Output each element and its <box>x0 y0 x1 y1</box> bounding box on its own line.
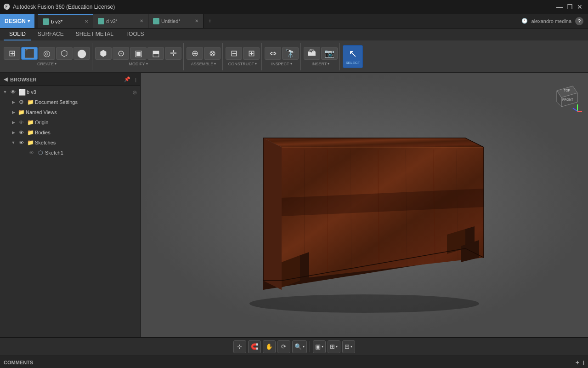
construct-btn2[interactable]: ⊞ <box>243 47 260 60</box>
browser-collapse-icon[interactable]: ◀ <box>4 76 7 82</box>
tree-item-named-views[interactable]: ▶ 📁 Named Views <box>0 107 140 117</box>
create-label[interactable]: CREATE ▾ <box>37 62 57 66</box>
pan-icon: ✋ <box>266 343 273 350</box>
measure-button[interactable]: ⇔ <box>265 47 281 60</box>
grid-snap-icon: ⊹ <box>237 343 242 350</box>
tree-item-bodies[interactable]: ▶ 👁 📁 Bodies <box>0 127 140 138</box>
insert-btn2[interactable]: 📷 <box>321 47 338 60</box>
user-name: alexandro medina <box>531 18 571 24</box>
insert-label[interactable]: INSERT ▾ <box>312 62 330 66</box>
comments-collapse[interactable]: | <box>583 360 584 365</box>
doc-tab-3-close[interactable]: ✕ <box>195 18 198 23</box>
snapping-button[interactable]: ⊟ ▾ <box>342 340 355 353</box>
browser-pin-icon[interactable]: 📌 <box>124 76 130 82</box>
modify-group: ⬢ ⊙ ▣ ⬒ ✛ MODIFY ▾ <box>93 43 184 70</box>
sphere-icon: ⬤ <box>77 48 86 58</box>
tree-item-sketch1[interactable]: ▶ 👁 ⬡ Sketch1 <box>0 148 140 158</box>
extrude-icon: ⬛ <box>24 48 34 58</box>
root-visibility[interactable]: 👁 <box>9 88 17 96</box>
grid-button[interactable]: ⊞ ▾ <box>328 340 340 353</box>
history-icon[interactable]: 🕐 <box>521 18 528 24</box>
snap-button[interactable]: 🧲 <box>248 340 261 353</box>
select-button[interactable]: ↖ SELECT <box>343 45 363 68</box>
viewport[interactable]: TOP FRONT <box>141 73 588 337</box>
tree-item-sketches[interactable]: ▼ 👁 📁 Sketches <box>0 138 140 148</box>
tab-tools[interactable]: TOOLS <box>120 29 149 40</box>
toolbar-separator-1 <box>310 341 310 352</box>
insert-btn1[interactable]: 🏔 <box>304 47 320 60</box>
doc-tab-2-close[interactable]: ✕ <box>140 18 143 23</box>
hole-button[interactable]: ⬡ <box>56 47 73 60</box>
offset-plane-button[interactable]: ⊟ <box>226 47 242 60</box>
shell-button[interactable]: ▣ <box>130 47 147 60</box>
window-controls: — ❐ ✕ <box>555 2 584 12</box>
construct-label[interactable]: CONSTRUCT ▾ <box>228 62 257 66</box>
sketches-visibility[interactable]: 👁 <box>17 139 25 146</box>
extrude-button[interactable]: ⬛ <box>21 47 38 60</box>
new-component-button[interactable]: ⊞ <box>4 47 20 60</box>
press-pull-button[interactable]: ⬢ <box>95 47 112 60</box>
browser-header: ◀ BROWSER 📌 | <box>0 73 140 86</box>
insert-icon1: 🏔 <box>308 48 316 58</box>
root-arrow: ▼ <box>2 89 8 95</box>
doc-tab-3-label: Untitled* <box>161 18 181 24</box>
revolve-button[interactable]: ◎ <box>39 47 55 60</box>
tab-solid[interactable]: SOLID <box>4 29 31 40</box>
tree-root[interactable]: ▼ 👁 ⬜ b v3 ◎ <box>0 87 140 97</box>
design-label: DESIGN <box>5 18 26 24</box>
combine-button[interactable]: ⬒ <box>147 47 164 60</box>
3d-model-container <box>236 106 493 327</box>
display-mode-icon: ▣ <box>315 343 321 350</box>
doc-tabs: DESIGN ▾ b v3* ✕ d v2* ✕ Untitled* ✕ ＋ 🕐… <box>0 14 588 29</box>
doc-tab-1[interactable]: b v3* ✕ <box>38 14 93 28</box>
new-tab-button[interactable]: ＋ <box>204 14 216 28</box>
origin-visibility[interactable]: 👁 <box>17 119 25 126</box>
tab-sheet-metal[interactable]: SHEET METAL <box>70 29 119 40</box>
assemble-label[interactable]: ASSEMBLE ▾ <box>191 62 216 66</box>
fillet-icon: ⊙ <box>118 48 124 58</box>
bodies-visibility[interactable]: 👁 <box>17 129 25 136</box>
fillet-button[interactable]: ⊙ <box>113 47 129 60</box>
zoom-button[interactable]: 🔍 ▾ <box>292 340 307 353</box>
combine-icon: ⬒ <box>152 48 160 58</box>
display-mode-button[interactable]: ▣ ▾ <box>313 340 326 353</box>
move-button[interactable]: ✛ <box>165 47 181 60</box>
new-component-icon: ⊞ <box>9 48 16 58</box>
bodies-folder-icon: 📁 <box>27 129 34 136</box>
grid-arrow: ▾ <box>336 345 338 349</box>
viewcube[interactable]: TOP FRONT <box>548 77 584 114</box>
sphere-button[interactable]: ⬤ <box>74 47 90 60</box>
browser-panel: ◀ BROWSER 📌 | ▼ 👁 ⬜ b v3 ◎ ▶ ⚙ 📁 Documen… <box>0 73 141 337</box>
pan-button[interactable]: ✋ <box>263 340 276 353</box>
minimize-button[interactable]: — <box>555 2 564 12</box>
orbit-button[interactable]: ⟳ <box>277 340 290 353</box>
inspect-btn2[interactable]: 🔭 <box>282 47 299 60</box>
doc-tab-2[interactable]: d v2* ✕ <box>93 14 148 28</box>
inspect-label[interactable]: INSPECT ▾ <box>271 62 292 66</box>
doc-tab-1-close[interactable]: ✕ <box>85 19 88 24</box>
help-button[interactable]: ? <box>575 17 583 25</box>
select-row1: ↖ SELECT <box>343 45 363 68</box>
doc-tab-3[interactable]: Untitled* ✕ <box>148 14 204 28</box>
tree-item-origin[interactable]: ▶ 👁 📁 Origin <box>0 117 140 127</box>
modify-label[interactable]: MODIFY ▾ <box>129 62 148 66</box>
tab-surface[interactable]: SURFACE <box>32 29 69 40</box>
joint-button[interactable]: ⊕ <box>187 47 203 60</box>
close-button[interactable]: ✕ <box>575 2 584 12</box>
zoom-icon: 🔍 <box>294 343 302 350</box>
design-dropdown[interactable]: DESIGN ▾ <box>0 14 34 28</box>
bodies-arrow: ▶ <box>10 129 17 136</box>
tree-item-doc-settings[interactable]: ▶ ⚙ 📁 Document Settings <box>0 97 140 107</box>
root-target-icon[interactable]: ◎ <box>131 88 138 96</box>
board-front-left <box>263 138 282 290</box>
create-row1: ⊞ ⬛ ◎ ⬡ ⬤ <box>4 47 90 60</box>
maximize-button[interactable]: ❐ <box>565 2 574 12</box>
sketch1-visibility[interactable]: 👁 <box>28 149 35 156</box>
title-bar-left: 🅕 Autodesk Fusion 360 (Education License… <box>4 3 115 11</box>
comments-add-icon[interactable]: + <box>576 359 579 366</box>
inspect-row1: ⇔ 🔭 <box>265 47 299 60</box>
construct-row1: ⊟ ⊞ <box>226 47 260 60</box>
grid-snap-button[interactable]: ⊹ <box>233 340 246 353</box>
sketch1-icon: ⬡ <box>37 149 44 156</box>
assemble-btn2[interactable]: ⊗ <box>204 47 220 60</box>
